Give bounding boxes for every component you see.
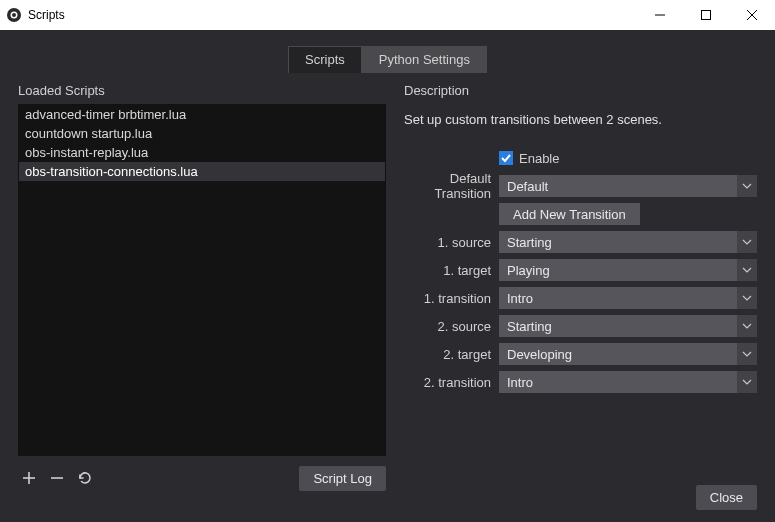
add-script-button[interactable]: [18, 467, 40, 489]
chevron-down-icon: [737, 315, 757, 337]
source1-label: 1. source: [404, 235, 499, 250]
tab-bar: Scripts Python Settings: [0, 46, 775, 73]
target1-label: 1. target: [404, 263, 499, 278]
titlebar: Scripts: [0, 0, 775, 30]
chevron-down-icon: [737, 287, 757, 309]
source2-label: 2. source: [404, 319, 499, 334]
enable-checkbox[interactable]: [499, 151, 513, 165]
maximize-button[interactable]: [683, 0, 729, 30]
close-window-button[interactable]: [729, 0, 775, 30]
transition1-select[interactable]: Intro: [499, 287, 757, 309]
window-title: Scripts: [28, 8, 637, 22]
svg-point-2: [12, 13, 16, 17]
source2-select[interactable]: Starting: [499, 315, 757, 337]
tab-python-settings[interactable]: Python Settings: [362, 46, 487, 73]
add-new-transition-button[interactable]: Add New Transition: [499, 203, 640, 225]
target2-select[interactable]: Developing: [499, 343, 757, 365]
minimize-button[interactable]: [637, 0, 683, 30]
default-transition-select[interactable]: Default: [499, 175, 757, 197]
script-list[interactable]: advanced-timer brbtimer.lua countdown st…: [18, 104, 386, 456]
script-log-button[interactable]: Script Log: [299, 466, 386, 491]
script-item[interactable]: obs-instant-replay.lua: [19, 143, 385, 162]
description-text: Set up custom transitions between 2 scen…: [404, 112, 757, 127]
target1-select[interactable]: Playing: [499, 259, 757, 281]
enable-label: Enable: [519, 151, 559, 166]
source1-select[interactable]: Starting: [499, 231, 757, 253]
script-item-selected[interactable]: obs-transition-connections.lua: [19, 162, 385, 181]
transition2-label: 2. transition: [404, 375, 499, 390]
transition2-select[interactable]: Intro: [499, 371, 757, 393]
remove-script-button[interactable]: [46, 467, 68, 489]
script-item[interactable]: countdown startup.lua: [19, 124, 385, 143]
app-icon: [6, 7, 22, 23]
default-transition-label: Default Transition: [404, 171, 499, 201]
loaded-scripts-label: Loaded Scripts: [18, 83, 386, 98]
close-button[interactable]: Close: [696, 485, 757, 510]
script-item[interactable]: advanced-timer brbtimer.lua: [19, 105, 385, 124]
target2-label: 2. target: [404, 347, 499, 362]
svg-rect-4: [702, 11, 711, 20]
description-label: Description: [404, 83, 757, 98]
chevron-down-icon: [737, 259, 757, 281]
chevron-down-icon: [737, 343, 757, 365]
chevron-down-icon: [737, 175, 757, 197]
tab-scripts[interactable]: Scripts: [288, 46, 362, 73]
chevron-down-icon: [737, 231, 757, 253]
reload-script-button[interactable]: [74, 467, 96, 489]
transition1-label: 1. transition: [404, 291, 499, 306]
chevron-down-icon: [737, 371, 757, 393]
